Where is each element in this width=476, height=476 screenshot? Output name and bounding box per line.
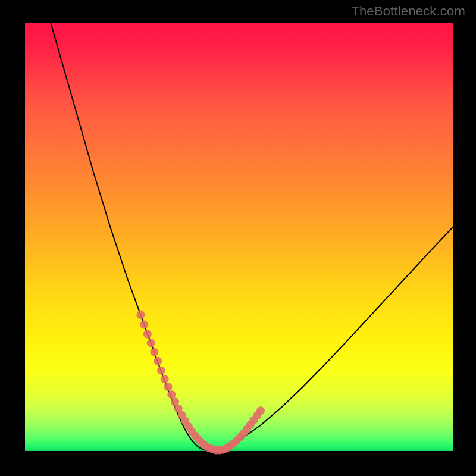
plot-area <box>25 23 453 451</box>
marker-point <box>150 348 158 356</box>
marker-point <box>161 375 169 383</box>
marker-point <box>167 390 176 399</box>
watermark-label: TheBottleneck.com <box>351 4 465 19</box>
marker-point <box>136 311 145 319</box>
bottleneck-chart-svg <box>25 23 453 451</box>
marker-point <box>157 367 165 375</box>
bottleneck-curve-path <box>51 23 453 450</box>
marker-point <box>147 339 155 347</box>
marker-point <box>164 383 172 391</box>
chart-frame: TheBottleneck.com <box>0 0 476 476</box>
marker-point <box>140 321 148 329</box>
marker-point <box>154 357 162 365</box>
marker-point <box>143 330 152 338</box>
marker-point <box>256 406 265 415</box>
